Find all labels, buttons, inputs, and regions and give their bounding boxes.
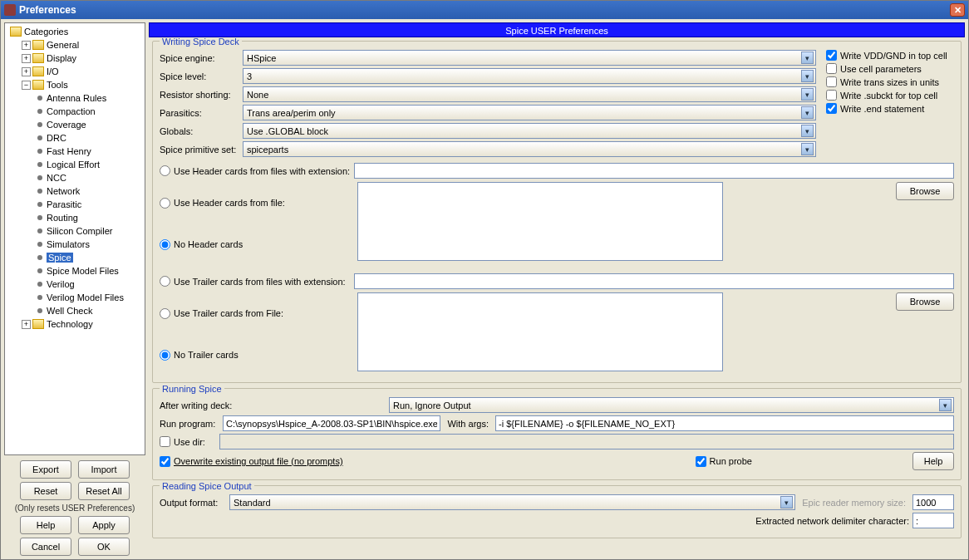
tree-item[interactable]: I/O (47, 66, 59, 76)
label: With args: (444, 419, 492, 429)
primitive-set-select[interactable]: spiceparts▾ (243, 141, 816, 157)
expand-icon[interactable]: + (22, 67, 31, 76)
tree-leaf[interactable]: Spice Model Files (47, 266, 119, 276)
chevron-down-icon: ▾ (801, 70, 814, 82)
write-vdd-gnd-checkbox[interactable]: Write VDD/GND in top cell (826, 50, 954, 61)
header-ext-radio[interactable]: Use Header cards from files with extensi… (160, 165, 351, 176)
tree-leaf[interactable]: Compaction (47, 106, 96, 116)
tree-leaf-selected[interactable]: Spice (47, 253, 73, 263)
delimiter-input[interactable] (912, 513, 954, 528)
help-button[interactable]: Help (912, 452, 954, 470)
tree-leaf[interactable]: Parasitic (47, 199, 81, 209)
reset-all-button[interactable]: Reset All (78, 482, 130, 500)
label: Globals: (160, 126, 239, 136)
trailer-file-textarea[interactable] (357, 292, 723, 371)
label: After writing deck: (160, 400, 239, 410)
collapse-icon[interactable]: − (22, 81, 31, 90)
import-button[interactable]: Import (78, 460, 130, 479)
chevron-down-icon: ▾ (939, 399, 952, 411)
trailer-ext-radio[interactable]: Use Trailer cards from files with extens… (160, 276, 351, 287)
parasitics-select[interactable]: Trans area/perim only▾ (243, 105, 816, 120)
after-writing-deck-select[interactable]: Run, Ignore Output▾ (389, 397, 954, 413)
bullet-icon (37, 295, 42, 300)
bullet-icon (37, 228, 42, 233)
resistor-shorting-select[interactable]: None▾ (243, 86, 816, 102)
ok-button[interactable]: OK (78, 538, 130, 556)
reset-button[interactable]: Reset (20, 482, 71, 500)
chevron-down-icon: ▾ (801, 125, 814, 137)
app-icon (4, 4, 16, 16)
chevron-down-icon: ▾ (780, 496, 793, 508)
window-title: Preferences (19, 4, 76, 16)
categories-tree[interactable]: Categories +General +Display +I/O −Tools… (4, 22, 145, 455)
bullet-icon (37, 308, 42, 313)
tree-leaf[interactable]: Antenna Rules (47, 93, 106, 103)
reset-note: (Only resets USER Preferences) (15, 504, 135, 513)
expand-icon[interactable]: + (22, 54, 31, 63)
tree-leaf[interactable]: Verilog Model Files (47, 292, 124, 302)
tree-leaf[interactable]: Routing (47, 213, 78, 223)
bullet-icon (37, 96, 42, 101)
no-trailer-radio[interactable]: No Trailer cards (160, 350, 351, 361)
help-button[interactable]: Help (20, 516, 71, 534)
trailer-ext-input[interactable] (354, 273, 954, 289)
bullet-icon (37, 135, 42, 140)
tree-leaf[interactable]: Coverage (47, 120, 86, 130)
header-file-textarea[interactable] (357, 182, 723, 261)
expand-icon[interactable]: + (22, 320, 31, 329)
close-icon[interactable]: ✕ (950, 3, 965, 17)
expand-icon[interactable]: + (22, 41, 31, 50)
with-args-input[interactable] (495, 415, 954, 431)
tree-leaf[interactable]: Silicon Compiler (47, 226, 112, 236)
no-header-radio[interactable]: No Header cards (160, 239, 351, 250)
bullet-icon (37, 255, 42, 260)
bullet-icon (37, 162, 42, 167)
bullet-icon (37, 175, 42, 180)
tree-leaf[interactable]: NCC (47, 173, 66, 183)
overwrite-checkbox[interactable]: Overwrite existing output file (no promp… (160, 456, 343, 467)
label: Parasitics: (160, 108, 239, 118)
tree-leaf[interactable]: Well Check (47, 306, 92, 316)
header-file-radio[interactable]: Use Header cards from file: (160, 198, 351, 209)
folder-icon (32, 40, 44, 50)
cancel-button[interactable]: Cancel (20, 538, 71, 556)
tree-item[interactable]: Display (47, 53, 76, 63)
tree-leaf[interactable]: Logical Effort (47, 160, 100, 169)
run-probe-checkbox[interactable]: Run probe (696, 456, 752, 467)
browse-header-button[interactable]: Browse (896, 182, 954, 200)
tree-leaf[interactable]: Verilog (47, 279, 75, 289)
use-cell-params-checkbox[interactable]: Use cell parameters (826, 63, 954, 74)
apply-button[interactable]: Apply (78, 516, 130, 534)
tree-leaf[interactable]: DRC (47, 133, 66, 143)
tree-leaf[interactable]: Fast Henry (47, 146, 91, 156)
trailer-file-radio[interactable]: Use Trailer cards from File: (160, 308, 351, 319)
tree-leaf[interactable]: Simulators (47, 239, 90, 249)
write-end-checkbox[interactable]: Write .end statement (826, 103, 954, 114)
bullet-icon (37, 242, 42, 247)
write-subckt-checkbox[interactable]: Write .subckt for top cell (826, 90, 954, 101)
tree-item[interactable]: General (47, 40, 79, 50)
tree-item[interactable]: Tools (47, 80, 68, 90)
export-button[interactable]: Export (20, 460, 71, 479)
write-trans-sizes-checkbox[interactable]: Write trans sizes in units (826, 76, 954, 87)
use-dir-input (219, 434, 954, 449)
header-ext-input[interactable] (354, 163, 954, 179)
tree-item[interactable]: Technology (47, 319, 93, 329)
label: Spice primitive set: (160, 145, 239, 155)
tree-leaf[interactable]: Network (47, 186, 80, 196)
label: Spice level: (160, 71, 239, 81)
spice-engine-select[interactable]: HSpice▾ (243, 50, 816, 66)
run-program-input[interactable] (223, 415, 440, 431)
bullet-icon (37, 282, 42, 287)
bullet-icon (37, 122, 42, 127)
browse-trailer-button[interactable]: Browse (896, 292, 954, 311)
use-dir-checkbox[interactable]: Use dir: (160, 436, 216, 447)
title-bar: Preferences ✕ (1, 1, 968, 19)
globals-select[interactable]: Use .GLOBAL block▾ (243, 123, 816, 139)
output-format-select[interactable]: Standard▾ (229, 494, 795, 510)
spice-level-select[interactable]: 3▾ (243, 68, 816, 84)
label: Spice engine: (160, 53, 239, 63)
label: Output format: (160, 498, 226, 508)
chevron-down-icon: ▾ (801, 88, 814, 101)
tree-root[interactable]: Categories (24, 27, 68, 37)
